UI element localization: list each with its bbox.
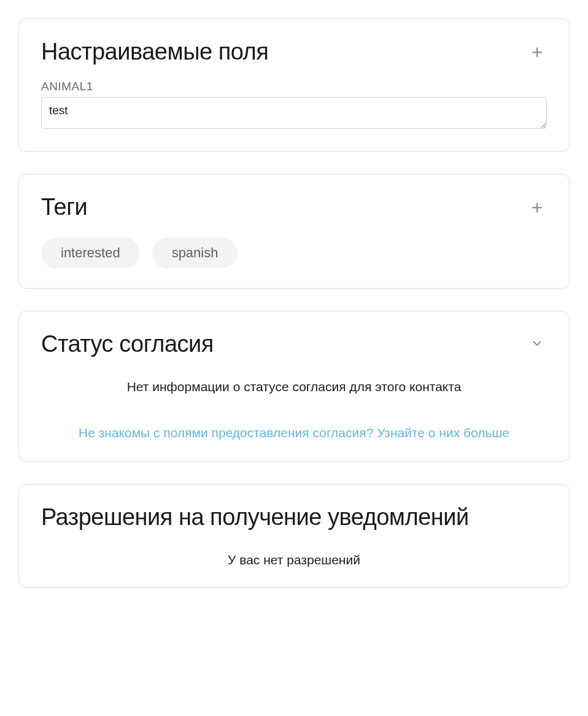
custom-field-row: ANIMAL1 [41, 80, 547, 131]
add-custom-field-button[interactable] [527, 42, 547, 62]
tags-title: Теги [41, 194, 87, 220]
consent-body: Нет информации о статусе согласия для эт… [41, 379, 547, 442]
permissions-empty-text: У вас нет разрешений [41, 553, 547, 567]
permissions-body: У вас нет разрешений [41, 553, 547, 567]
consent-header: Статус согласия [41, 331, 547, 357]
permissions-title: Разрешения на получение уведомлений [41, 504, 469, 531]
custom-field-label: ANIMAL1 [41, 80, 547, 93]
plus-icon [532, 42, 543, 62]
tag-item[interactable]: interested [41, 238, 140, 268]
consent-empty-text: Нет информации о статусе согласия для эт… [41, 379, 547, 394]
consent-title: Статус согласия [41, 331, 214, 357]
plus-icon [532, 198, 543, 217]
add-tag-button[interactable] [527, 198, 547, 217]
custom-field-input[interactable] [41, 97, 547, 129]
tags-card: Теги interested spanish [18, 174, 570, 289]
custom-fields-card: Настраиваемые поля ANIMAL1 [18, 18, 570, 152]
chevron-down-icon [530, 336, 544, 353]
permissions-header: Разрешения на получение уведомлений [41, 504, 547, 531]
tags-list: interested spanish [41, 238, 547, 268]
permissions-card: Разрешения на получение уведомлений У ва… [18, 484, 570, 588]
custom-fields-header: Настраиваемые поля [41, 39, 547, 65]
consent-status-card: Статус согласия Нет информации о статусе… [18, 311, 570, 462]
custom-fields-title: Настраиваемые поля [41, 39, 268, 65]
collapse-consent-button[interactable] [527, 335, 547, 354]
consent-help-link[interactable]: Не знакомы с полями предоставления согла… [79, 424, 509, 442]
tags-header: Теги [41, 194, 547, 220]
tag-item[interactable]: spanish [152, 238, 238, 268]
